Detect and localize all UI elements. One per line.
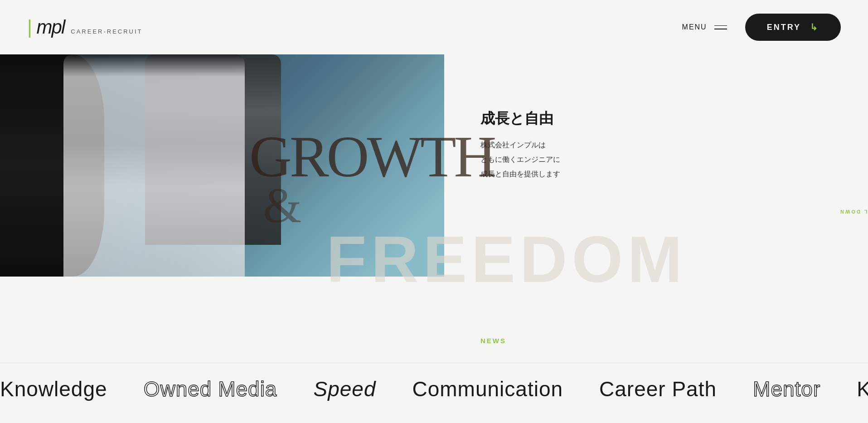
ticker-item-speed-1: Speed bbox=[313, 377, 376, 401]
main-area: GROWTH & FREEDOM 成長と自由 株式会社インプルは ともに働くエン… bbox=[0, 54, 868, 363]
entry-button[interactable]: ENTRY ↳ bbox=[745, 14, 841, 41]
hero-person-center bbox=[63, 54, 245, 277]
menu-line-1 bbox=[714, 25, 727, 26]
site-header: mpl CAREER-RECRUIT MENU ENTRY ↳ bbox=[0, 0, 868, 54]
ticker-item-communication-1: Communication bbox=[412, 377, 563, 401]
ticker-item-career-path-1: Career Path bbox=[599, 377, 717, 401]
logo-mark: mpl bbox=[37, 16, 65, 38]
scroll-down-indicator: SCROLL DOWN bbox=[839, 209, 868, 214]
hero-image-inner bbox=[0, 54, 444, 277]
jp-description: 株式会社インプルは ともに働くエンジニアに 成長と自由を提供します bbox=[480, 138, 832, 181]
ticker-item-knowledge-1: Knowledge bbox=[0, 377, 107, 401]
logo-area[interactable]: mpl CAREER-RECRUIT bbox=[27, 16, 143, 38]
ticker-item-owned-media-1: Owned Media bbox=[144, 377, 277, 401]
jp-text-block: 成長と自由 株式会社インプルは ともに働くエンジニアに 成長と自由を提供します bbox=[480, 109, 832, 181]
jp-line-1: 株式会社インプルは bbox=[480, 141, 546, 149]
logo-subtitle: CAREER-RECRUIT bbox=[71, 28, 142, 35]
entry-arrow-icon: ↳ bbox=[810, 22, 819, 33]
entry-label: ENTRY bbox=[767, 23, 801, 32]
jp-line-2: ともに働くエンジニアに bbox=[480, 156, 560, 163]
ticker-item-mentor-1: Mentor bbox=[753, 377, 820, 401]
menu-line-2 bbox=[714, 29, 727, 29]
right-content: 成長と自由 株式会社インプルは ともに働くエンジニアに 成長と自由を提供します … bbox=[444, 54, 868, 363]
news-section: NEWS bbox=[480, 319, 832, 345]
menu-label: MENU bbox=[682, 23, 707, 31]
jp-title: 成長と自由 bbox=[480, 109, 832, 129]
ticker-bar: Knowledge Owned Media Speed Communicatio… bbox=[0, 363, 868, 415]
header-right: MENU ENTRY ↳ bbox=[682, 14, 841, 41]
hamburger-icon bbox=[714, 25, 727, 29]
ticker-track: Knowledge Owned Media Speed Communicatio… bbox=[0, 377, 868, 401]
ticker-item-knowledge-2: Knowledge bbox=[857, 377, 868, 401]
jp-line-3: 成長と自由を提供します bbox=[480, 170, 560, 178]
news-label[interactable]: NEWS bbox=[480, 337, 832, 345]
menu-button[interactable]: MENU bbox=[682, 23, 727, 31]
logo: mpl bbox=[27, 16, 64, 38]
hero-image bbox=[0, 54, 444, 277]
